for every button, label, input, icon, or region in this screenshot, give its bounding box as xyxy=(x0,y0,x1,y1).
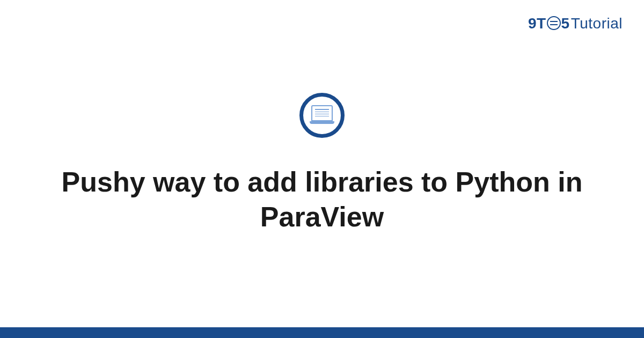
laptop-base xyxy=(310,121,334,124)
laptop-screen xyxy=(311,105,333,121)
main-content: Pushy way to add libraries to Python in … xyxy=(0,0,644,327)
footer-accent-bar xyxy=(0,327,644,338)
laptop-icon xyxy=(310,105,334,126)
laptop-icon-circle xyxy=(299,93,345,138)
page-title: Pushy way to add libraries to Python in … xyxy=(54,165,590,234)
